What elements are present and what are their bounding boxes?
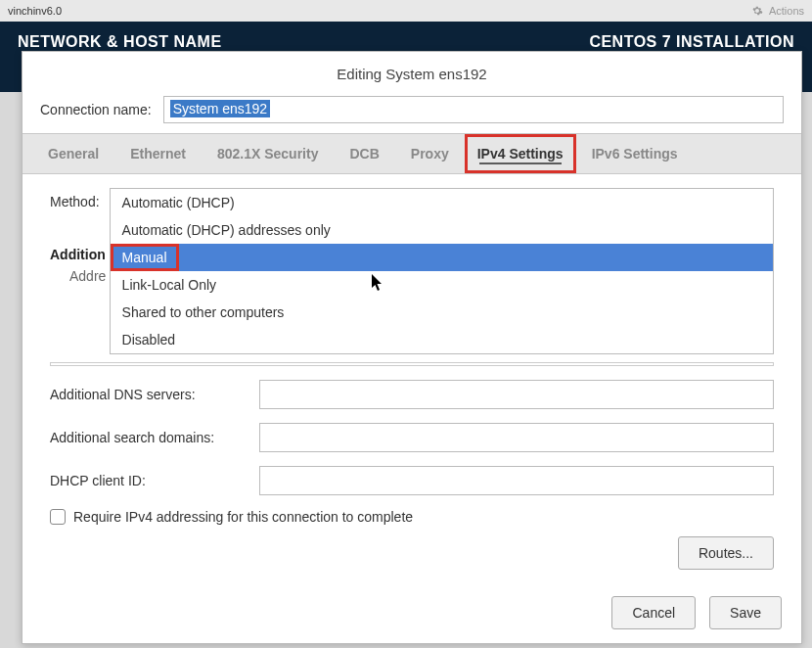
require-ipv4-checkbox[interactable] — [50, 509, 66, 525]
ipv4-settings-panel: Method: Automatic (DHCP) Automatic (DHCP… — [23, 174, 801, 584]
dns-servers-label: Additional DNS servers: — [50, 387, 259, 402]
window-titlebar: vinchinv6.0 Actions — [0, 0, 812, 22]
connection-name-row: Connection name: System ens192 — [23, 92, 801, 133]
connection-name-label: Connection name: — [40, 102, 152, 117]
tab-ipv6-settings[interactable]: IPv6 Settings — [576, 134, 694, 173]
installer-title: CENTOS 7 INSTALLATION — [589, 33, 794, 51]
tab-security[interactable]: 802.1X Security — [202, 134, 335, 173]
gear-icon — [751, 5, 763, 17]
method-row: Method: Automatic (DHCP) Automatic (DHCP… — [50, 188, 774, 354]
dhcp-client-id-row: DHCP client ID: — [50, 466, 774, 495]
tab-general[interactable]: General — [32, 134, 114, 173]
routes-button[interactable]: Routes... — [678, 536, 774, 570]
save-button[interactable]: Save — [709, 596, 782, 629]
method-option-automatic[interactable]: Automatic (DHCP) — [111, 189, 773, 216]
tab-ipv4-settings[interactable]: IPv4 Settings — [465, 134, 576, 173]
method-dropdown[interactable]: Automatic (DHCP) Automatic (DHCP) addres… — [110, 188, 774, 354]
search-domains-row: Additional search domains: — [50, 423, 774, 452]
dialog-title: Editing System ens192 — [23, 52, 801, 92]
dns-servers-row: Additional DNS servers: — [50, 380, 774, 409]
method-option-automatic-addresses[interactable]: Automatic (DHCP) addresses only — [111, 216, 773, 244]
dhcp-client-id-input[interactable] — [259, 466, 774, 495]
tab-ethernet[interactable]: Ethernet — [114, 134, 202, 173]
cancel-button[interactable]: Cancel — [611, 596, 696, 629]
titlebar-actions[interactable]: Actions — [751, 5, 804, 17]
method-label: Method: — [50, 188, 100, 209]
tab-dcb[interactable]: DCB — [334, 134, 394, 173]
tab-bar: General Ethernet 802.1X Security DCB Pro… — [23, 133, 801, 174]
routes-row: Routes... — [50, 536, 774, 570]
dns-servers-input[interactable] — [259, 380, 774, 409]
additional-addresses-label-partial: Addition — [50, 247, 106, 262]
dialog-actions: Cancel Save — [23, 584, 801, 643]
connection-name-input[interactable]: System ens192 — [163, 96, 784, 123]
method-option-manual[interactable]: Manual — [111, 244, 179, 271]
connection-name-value: System ens192 — [170, 100, 271, 117]
method-option-shared[interactable]: Shared to other computers — [111, 299, 773, 326]
edit-connection-dialog: Editing System ens192 Connection name: S… — [22, 51, 802, 644]
dhcp-client-id-label: DHCP client ID: — [50, 473, 259, 488]
tab-proxy[interactable]: Proxy — [395, 134, 465, 173]
address-column-label-partial: Addre — [69, 268, 106, 284]
actions-label: Actions — [769, 5, 804, 17]
addresses-table-edge — [50, 362, 774, 366]
method-option-manual-row[interactable]: Manual — [111, 244, 773, 271]
method-option-disabled[interactable]: Disabled — [111, 326, 773, 353]
search-domains-input[interactable] — [259, 423, 774, 452]
window-title: vinchinv6.0 — [8, 5, 62, 17]
require-ipv4-label: Require IPv4 addressing for this connect… — [73, 509, 413, 525]
require-ipv4-row[interactable]: Require IPv4 addressing for this connect… — [50, 509, 774, 525]
search-domains-label: Additional search domains: — [50, 430, 259, 445]
method-option-linklocal[interactable]: Link-Local Only — [111, 271, 773, 299]
page-title: NETWORK & HOST NAME — [18, 33, 222, 51]
